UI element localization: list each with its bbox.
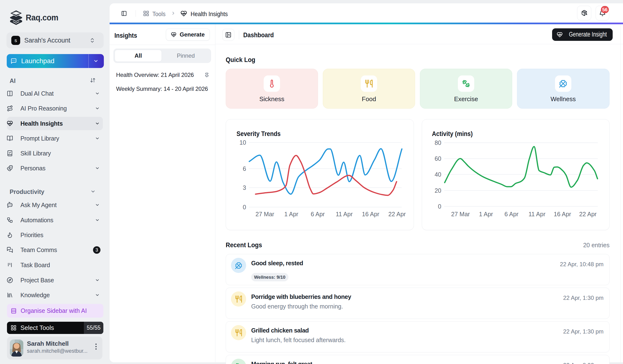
- svg-text:80: 80: [435, 139, 441, 146]
- svg-text:22 Apr: 22 Apr: [579, 211, 597, 217]
- svg-text:20: 20: [435, 187, 441, 194]
- svg-text:22 Apr: 22 Apr: [388, 211, 406, 217]
- svg-text:0: 0: [243, 204, 246, 211]
- svg-text:6 Apr: 6 Apr: [311, 211, 325, 217]
- svg-text:0: 0: [438, 203, 441, 210]
- svg-text:6 Apr: 6 Apr: [505, 211, 518, 217]
- svg-text:11 Apr: 11 Apr: [529, 211, 545, 217]
- svg-text:27 Mar: 27 Mar: [255, 211, 274, 217]
- svg-text:11 Apr: 11 Apr: [336, 211, 353, 217]
- svg-text:40: 40: [435, 171, 441, 178]
- svg-text:60: 60: [435, 155, 441, 162]
- svg-text:27 Mar: 27 Mar: [451, 211, 470, 217]
- svg-text:16 Apr: 16 Apr: [362, 211, 379, 217]
- svg-text:3: 3: [243, 184, 246, 191]
- svg-text:6: 6: [243, 165, 246, 172]
- svg-text:1 Apr: 1 Apr: [479, 211, 493, 217]
- svg-text:10: 10: [239, 139, 246, 146]
- svg-text:16 Apr: 16 Apr: [554, 211, 571, 217]
- svg-text:1 Apr: 1 Apr: [284, 211, 298, 217]
